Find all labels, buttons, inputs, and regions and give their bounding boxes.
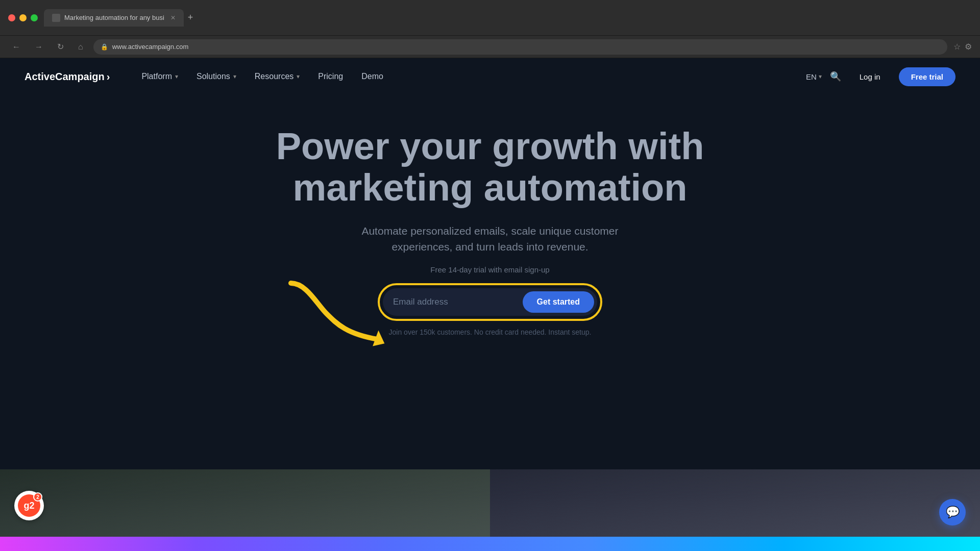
nav-pricing-label: Pricing — [318, 72, 343, 81]
nav-solutions[interactable]: Solutions ▾ — [189, 68, 243, 85]
email-input[interactable] — [393, 297, 523, 307]
browser-chrome: Marketing automation for any busi ✕ + — [0, 0, 980, 36]
new-tab-button[interactable]: + — [188, 12, 193, 23]
join-text: Join over 150k customers. No credit card… — [24, 328, 955, 336]
chat-icon: 💬 — [946, 506, 960, 519]
address-bar[interactable]: 🔒 www.activecampaign.com — [93, 39, 947, 55]
nav-demo-label: Demo — [361, 72, 383, 81]
chat-button[interactable]: 💬 — [939, 499, 966, 525]
browser-tab-active[interactable]: Marketing automation for any busi ✕ — [44, 9, 184, 27]
nav-demo[interactable]: Demo — [354, 68, 390, 85]
g2-label: g2 — [23, 500, 34, 511]
site-header: ActiveCampaign› Platform ▾ Solutions ▾ R… — [0, 58, 980, 95]
logo-text: ActiveCampaign — [24, 71, 105, 83]
tab-close-button[interactable]: ✕ — [170, 14, 176, 21]
language-selector[interactable]: EN ▾ — [806, 72, 822, 81]
nav-resources[interactable]: Resources ▾ — [248, 68, 307, 85]
free-trial-button[interactable]: Free trial — [899, 67, 955, 86]
website: ActiveCampaign› Platform ▾ Solutions ▾ R… — [0, 58, 980, 551]
nav-platform-label: Platform — [141, 72, 172, 81]
nav-actions: ☆ ⚙ — [953, 42, 972, 52]
resources-chevron-icon: ▾ — [297, 73, 300, 80]
logo-arrow-icon: › — [107, 71, 110, 83]
hero-section: Power your growth with marketing automat… — [0, 95, 980, 357]
g2-logo: g2 2 — [18, 494, 40, 517]
site-logo[interactable]: ActiveCampaign› — [24, 71, 110, 83]
nav-solutions-label: Solutions — [197, 72, 230, 81]
back-button[interactable]: ← — [8, 40, 24, 54]
nav-platform[interactable]: Platform ▾ — [134, 68, 185, 85]
minimize-window-button[interactable] — [19, 14, 27, 21]
tab-favicon — [52, 14, 60, 22]
hero-title: Power your growth with marketing automat… — [260, 126, 720, 209]
address-url: www.activecampaign.com — [112, 43, 189, 51]
close-window-button[interactable] — [8, 14, 15, 21]
g2-badge-count: 2 — [33, 492, 42, 502]
hero-title-line2: marketing automation — [293, 166, 688, 209]
extensions-button[interactable]: ⚙ — [965, 42, 972, 52]
email-form: Get started — [383, 288, 597, 316]
maximize-window-button[interactable] — [31, 14, 38, 21]
main-nav: Platform ▾ Solutions ▾ Resources ▾ Prici… — [134, 68, 806, 85]
free-trial-hint: Free 14-day trial with email sign-up — [24, 265, 955, 274]
refresh-button[interactable]: ↻ — [53, 40, 68, 54]
tab-bar: Marketing automation for any busi ✕ + — [44, 9, 972, 27]
login-button[interactable]: Log in — [849, 68, 891, 85]
hero-subtitle: Automate personalized emails, scale uniq… — [342, 223, 638, 255]
g2-badge[interactable]: g2 2 — [14, 491, 44, 520]
get-started-button[interactable]: Get started — [523, 291, 594, 313]
home-button[interactable]: ⌂ — [74, 40, 87, 54]
nav-pricing[interactable]: Pricing — [311, 68, 350, 85]
form-container: Get started — [378, 283, 602, 321]
gradient-bar — [0, 537, 980, 551]
nav-right: EN ▾ 🔍 Log in Free trial — [806, 67, 955, 86]
email-form-wrapper: Get started — [378, 283, 602, 321]
forward-button[interactable]: → — [31, 40, 47, 54]
platform-chevron-icon: ▾ — [175, 73, 178, 80]
ssl-lock-icon: 🔒 — [101, 43, 108, 51]
traffic-lights — [8, 14, 38, 21]
search-button[interactable]: 🔍 — [830, 71, 841, 82]
lang-chevron-icon: ▾ — [819, 73, 822, 80]
nav-resources-label: Resources — [255, 72, 293, 81]
nav-bar: ← → ↻ ⌂ 🔒 www.activecampaign.com ☆ ⚙ — [0, 36, 980, 58]
lang-label: EN — [806, 72, 817, 81]
yellow-highlight-border: Get started — [378, 283, 602, 321]
hero-title-line1: Power your growth with — [276, 125, 704, 167]
solutions-chevron-icon: ▾ — [233, 73, 236, 80]
bookmark-button[interactable]: ☆ — [953, 42, 961, 52]
tab-title: Marketing automation for any busi — [64, 14, 164, 21]
